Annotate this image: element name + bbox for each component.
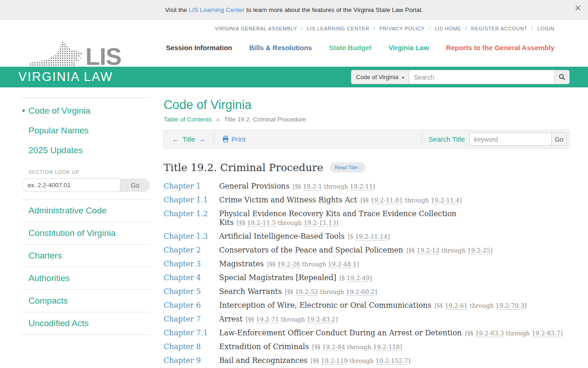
chapter-link[interactable]: Chapter 6 <box>164 301 219 310</box>
chapter-link[interactable]: Chapter 7.1 <box>164 328 219 337</box>
main-nav: Session InformationBills & ResolutionsSt… <box>166 44 554 52</box>
chapter-link[interactable]: Chapter 1 <box>164 182 219 190</box>
chapter-link[interactable]: Chapter 4 <box>164 273 219 282</box>
banner-close-icon[interactable]: ✕ <box>574 3 582 13</box>
sidebar-item[interactable]: Uncodified Acts <box>22 312 150 335</box>
section-link-to[interactable]: 19.2-60.2 <box>346 288 374 296</box>
chapter-link[interactable]: Chapter 8 <box>164 342 219 351</box>
section-lookup-input[interactable] <box>22 178 120 192</box>
utility-nav-link[interactable]: PRIVACY POLICY <box>379 26 435 31</box>
chapter-row: Chapter 1 General Provisions[§§ 19.2-1th… <box>164 179 570 193</box>
main-nav-link[interactable]: Session Information <box>166 44 232 52</box>
sidebar-item-code-of-virginia[interactable]: • Code of Virginia <box>22 98 150 118</box>
section-link-from[interactable]: 19.2-26 <box>277 261 300 268</box>
utility-nav-link[interactable]: LIS LEARNING CENTER <box>307 26 379 31</box>
chapter-row: Chapter 5 Search Warrants[§§ 19.2-52thro… <box>164 284 570 298</box>
utility-nav-link[interactable]: LOGIN <box>537 26 554 31</box>
chapter-link[interactable]: Chapter 1.2 <box>164 209 219 218</box>
lis-logo[interactable]: LIS <box>29 30 135 67</box>
chapter-name: Arrest <box>219 315 243 323</box>
sidebar-secondary-list: Administrative Code Constitution of Virg… <box>22 199 150 335</box>
main-nav-link[interactable]: Reports to the General Assembly <box>446 44 554 52</box>
section-link-from[interactable]: 19.2-11.5 <box>247 219 276 227</box>
breadcrumb-table-of-contents-link[interactable]: Table of Contents <box>164 116 212 123</box>
search-title-go-button[interactable]: Go <box>551 132 567 146</box>
section-link-to[interactable]: 19.2-11.13 <box>304 219 336 227</box>
chapter-row: Chapter 1.1 Crime Victim and Witness Rig… <box>164 193 570 207</box>
section-lookup-group: Go <box>22 178 150 192</box>
section-link-from[interactable]: 19.2-49 <box>347 275 370 282</box>
chapter-row: Chapter 8 Extradition of Criminals[§§ 19… <box>164 339 570 353</box>
utility-nav-link[interactable]: LIS HOME <box>435 26 471 31</box>
virginia-map-icon <box>29 41 84 67</box>
chapter-name: Law-Enforcement Officer Conduct During a… <box>219 328 462 337</box>
search-submit-button[interactable] <box>554 70 569 84</box>
chapter-section-range: [§§ 19.2-83.3through19.2-83.7] <box>465 330 563 337</box>
section-link-from[interactable]: 19.2-119 <box>321 357 348 365</box>
ref-prefix: [§§ <box>360 197 368 204</box>
ref-suffix: ] <box>490 247 492 254</box>
section-link-to[interactable]: 19.2-83.7 <box>531 330 560 337</box>
section-lookup-label: SECTION LOOK UP <box>28 169 150 175</box>
section-link-to[interactable]: 19.2-83.2 <box>307 316 335 323</box>
print-button[interactable]: Print <box>222 135 246 143</box>
chapter-link[interactable]: Chapter 5 <box>164 287 219 296</box>
global-search-input[interactable] <box>409 70 554 84</box>
sidebar-item[interactable]: Charters <box>22 245 150 267</box>
sidebar-item[interactable]: Administrative Code <box>22 200 150 222</box>
read-title-button[interactable]: Read Title › <box>330 162 366 172</box>
search-title-group: Search Title Go <box>422 130 569 148</box>
next-title-arrow-icon[interactable]: → <box>198 135 206 144</box>
breadcrumb-current: Title 19.2. Criminal Procedure <box>224 116 306 123</box>
section-link-from[interactable]: 19.2-71 <box>256 316 279 323</box>
chapter-list: Chapter 1 General Provisions[§§ 19.2-1th… <box>164 179 570 367</box>
chapter-link[interactable]: Chapter 2 <box>164 246 219 254</box>
chapter-link[interactable]: Chapter 1.1 <box>164 196 219 204</box>
prev-title-arrow-icon[interactable]: ← <box>172 135 179 144</box>
section-link-from[interactable]: 19.2-83.3 <box>475 330 503 337</box>
main-nav-link[interactable]: Bills & Resolutions <box>249 44 312 52</box>
chapter-row: Chapter 4 Special Magistrates [Repealed]… <box>164 270 570 284</box>
chapter-link[interactable]: Chapter 7 <box>164 315 219 323</box>
chapter-name: Interception of Wire, Electronic or Oral… <box>219 301 431 310</box>
section-link-from[interactable]: 19.2-61 <box>445 302 468 310</box>
section-link-to[interactable]: 19.2-48.1 <box>328 261 356 268</box>
chapter-link[interactable]: Chapter 1.3 <box>164 232 219 241</box>
section-lookup-go-button[interactable]: Go <box>120 178 150 192</box>
section-link-from[interactable]: 19.2-84 <box>322 344 345 351</box>
section-link-to[interactable]: 19.2-11.4 <box>431 197 459 204</box>
lis-learning-center-link[interactable]: LIS Learning Center <box>189 6 244 13</box>
section-link-to[interactable]: 19.2-118 <box>373 344 400 351</box>
title-nav-label[interactable]: Title <box>182 135 195 143</box>
utility-nav-link[interactable]: REGISTER ACCOUNT <box>471 26 537 31</box>
section-link-to[interactable]: 19.2-11 <box>350 183 373 190</box>
sidebar-item[interactable]: Compacts <box>22 290 150 312</box>
sidebar-item-popular-names[interactable]: Popular Names <box>22 118 150 138</box>
section-link-to[interactable]: 19.2-70.3 <box>496 302 524 310</box>
chapter-row: Chapter 9 Bail and Recognizances[§§ 19.2… <box>164 353 570 367</box>
section-link-from[interactable]: 19.2-11.14 <box>355 233 388 241</box>
main-nav-link[interactable]: State Budget <box>329 44 372 52</box>
section-link-from[interactable]: 19.2-52 <box>295 288 318 296</box>
chapter-section-range: [§§ 19.2-61through19.2-70.3] <box>435 302 526 309</box>
sidebar-item-2025-updates[interactable]: 2025 Updates <box>22 138 150 157</box>
ref-prefix: [§§ <box>237 219 245 226</box>
search-icon <box>559 74 565 80</box>
chapter-link[interactable]: Chapter 3 <box>164 259 219 268</box>
ref-suffix: ] <box>408 357 410 364</box>
chapter-link[interactable]: Chapter 9 <box>164 356 219 365</box>
chapter-row: Chapter 7.1 Law-Enforcement Officer Cond… <box>164 326 570 339</box>
section-link-to[interactable]: 19.2-152.7 <box>376 357 408 365</box>
ref-prefix: [§ <box>339 275 345 282</box>
section-link-to[interactable]: 19.2-25 <box>467 247 490 254</box>
section-link-from[interactable]: 19.2-1 <box>303 183 322 190</box>
main-nav-link[interactable]: Virginia Law <box>389 44 429 52</box>
section-link-from[interactable]: 19.2-11.01 <box>371 197 403 204</box>
search-title-input[interactable] <box>469 132 551 146</box>
utility-nav-link[interactable]: VIRGINIA GENERAL ASSEMBLY <box>215 26 307 31</box>
chapter-row: Chapter 1.3 Artificial Intelligence-Base… <box>164 229 570 243</box>
section-link-from[interactable]: 19.2-12 <box>417 247 440 254</box>
sidebar-item[interactable]: Constitution of Virginia <box>22 222 150 245</box>
search-scope-dropdown[interactable]: Code of Virginia ▾ <box>351 70 409 84</box>
sidebar-item[interactable]: Authorities <box>22 267 150 290</box>
